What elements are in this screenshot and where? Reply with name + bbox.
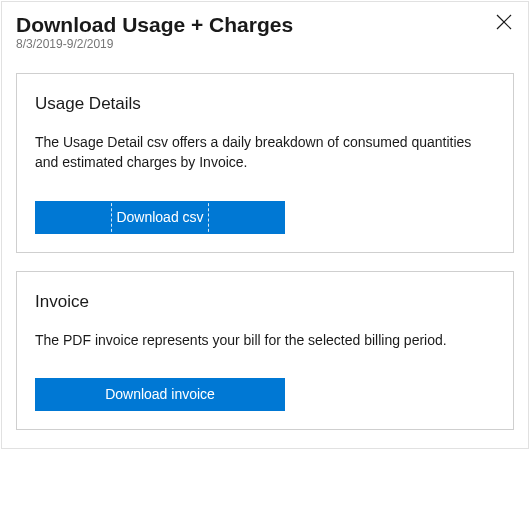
download-invoice-label: Download invoice [105, 386, 215, 402]
header-text: Download Usage + Charges 8/3/2019-9/2/20… [16, 12, 293, 51]
invoice-section: Invoice The PDF invoice represents your … [16, 271, 514, 430]
panel-title: Download Usage + Charges [16, 12, 293, 37]
panel-header: Download Usage + Charges 8/3/2019-9/2/20… [2, 2, 528, 59]
usage-details-section: Usage Details The Usage Detail csv offer… [16, 73, 514, 253]
usage-details-title: Usage Details [35, 94, 495, 114]
download-usage-panel: Download Usage + Charges 8/3/2019-9/2/20… [1, 1, 529, 449]
usage-details-description: The Usage Detail csv offers a daily brea… [35, 132, 495, 173]
download-csv-button[interactable]: Download csv [35, 201, 285, 234]
date-range: 8/3/2019-9/2/2019 [16, 37, 293, 51]
close-icon [496, 14, 512, 30]
close-button[interactable] [494, 12, 514, 32]
invoice-description: The PDF invoice represents your bill for… [35, 330, 495, 350]
download-invoice-button[interactable]: Download invoice [35, 378, 285, 411]
download-csv-label: Download csv [114, 201, 205, 234]
invoice-title: Invoice [35, 292, 495, 312]
